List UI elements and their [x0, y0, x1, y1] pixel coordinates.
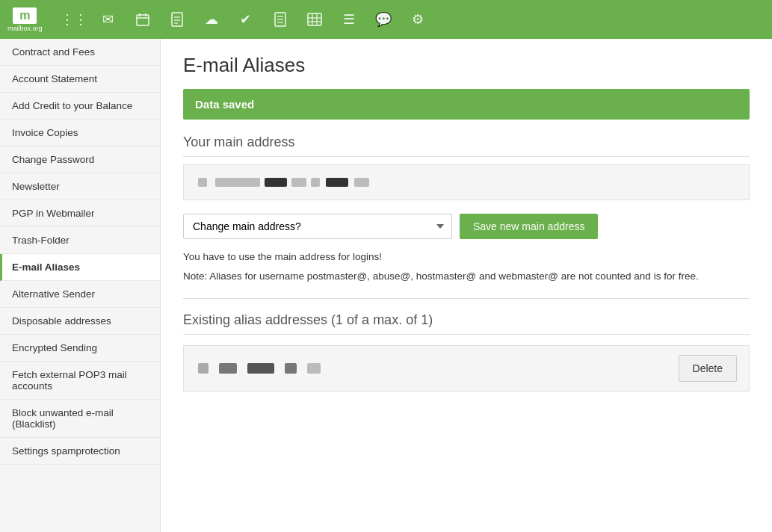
email-icon[interactable]: ✉ — [98, 9, 119, 30]
alias-section-title: Existing alias addresses (1 of a max. of… — [183, 312, 750, 335]
alias-blur-3 — [247, 363, 274, 374]
sidebar-item-pop3[interactable]: Fetch external POP3 mail accounts — [0, 362, 160, 400]
current-address-display — [183, 164, 750, 200]
change-address-dropdown[interactable]: Change main address? — [183, 214, 452, 239]
address-blur-3 — [265, 178, 287, 187]
settings-icon[interactable]: ⚙ — [407, 9, 428, 30]
address-blur-1 — [198, 178, 207, 187]
save-new-main-address-button[interactable]: Save new main address — [460, 214, 598, 239]
table-icon[interactable] — [304, 9, 325, 30]
list-icon[interactable]: ☰ — [339, 9, 359, 30]
alias-note: Note: Aliases for username postmaster@, … — [183, 269, 750, 284]
notes-icon[interactable] — [270, 9, 291, 30]
alias-address-display — [196, 363, 323, 374]
main-content: E-mail Aliases Data saved Your main addr… — [161, 39, 772, 532]
page-title: E-mail Aliases — [183, 54, 750, 77]
sidebar-item-newsletter[interactable]: Newsletter — [0, 173, 160, 200]
address-blur-4 — [291, 178, 306, 187]
controls-row: Change main address? Save new main addre… — [183, 214, 750, 239]
alias-blur-1 — [198, 363, 209, 374]
logo-icon: m — [13, 7, 37, 24]
checkmark-icon[interactable]: ✔ — [235, 9, 256, 30]
alias-blur-2 — [219, 363, 237, 374]
address-blur-6 — [326, 178, 348, 187]
delete-alias-button[interactable]: Delete — [679, 355, 737, 382]
sidebar-item-blacklist[interactable]: Block unwanted e-mail (Blacklist) — [0, 400, 160, 438]
alias-blur-5 — [307, 363, 321, 374]
logo[interactable]: m mailbox.org — [7, 7, 43, 32]
topbar: m mailbox.org ⋮⋮ ✉ ☁ ✔ ☰ 💬 ⚙ — [0, 0, 772, 39]
login-note: You have to use the main address for log… — [183, 250, 750, 265]
main-address-section-title: Your main address — [183, 134, 750, 157]
sidebar-item-encrypted[interactable]: Encrypted Sending — [0, 335, 160, 362]
sidebar-item-spamprotection[interactable]: Settings spamprotection — [0, 438, 160, 465]
sidebar-item-trash[interactable]: Trash-Folder — [0, 227, 160, 254]
svg-rect-4 — [172, 13, 182, 26]
grid-icon[interactable]: ⋮⋮ — [64, 9, 84, 30]
alert-success: Data saved — [183, 89, 750, 120]
sidebar-item-alt-sender[interactable]: Alternative Sender — [0, 281, 160, 308]
sidebar-item-change-password[interactable]: Change Password — [0, 146, 160, 173]
chat-icon[interactable]: 💬 — [373, 9, 394, 30]
sidebar: Contract and Fees Account Statement Add … — [0, 39, 161, 532]
cloud-icon[interactable]: ☁ — [201, 9, 222, 30]
calendar-icon[interactable] — [132, 9, 153, 30]
address-blur-7 — [354, 178, 369, 187]
sidebar-item-email-aliases[interactable]: E-mail Aliases — [0, 254, 160, 281]
sidebar-item-disposable[interactable]: Disposable addresses — [0, 308, 160, 335]
alias-row: Delete — [183, 345, 750, 392]
address-blur-5 — [311, 178, 320, 187]
sidebar-item-invoice[interactable]: Invoice Copies — [0, 120, 160, 146]
sidebar-item-add-credit[interactable]: Add Credit to your Balance — [0, 93, 160, 120]
sidebar-item-contract[interactable]: Contract and Fees — [0, 39, 160, 66]
svg-rect-12 — [308, 13, 321, 25]
svg-rect-0 — [137, 15, 149, 25]
section-divider — [183, 298, 750, 299]
logo-tagline: mailbox.org — [7, 25, 43, 32]
layout: Contract and Fees Account Statement Add … — [0, 39, 772, 532]
sidebar-item-pgp[interactable]: PGP in Webmailer — [0, 200, 160, 227]
address-blur-2 — [215, 178, 260, 187]
document-icon[interactable] — [167, 9, 188, 30]
alias-blur-4 — [285, 363, 297, 374]
sidebar-item-account-statement[interactable]: Account Statement — [0, 66, 160, 93]
